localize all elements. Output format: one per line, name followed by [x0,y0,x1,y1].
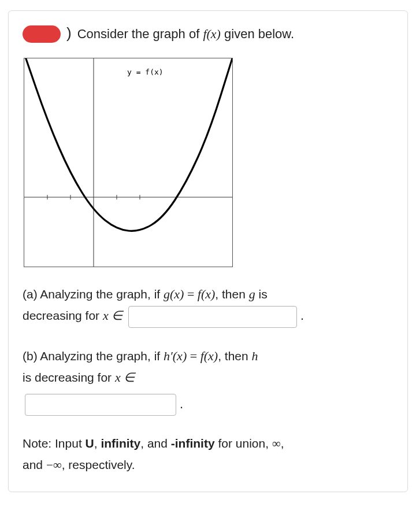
note-inf: infinity [101,437,140,450]
paren-close: ) [66,22,72,45]
graph-svg: y = f(x) [24,58,232,267]
note-and2: and [23,458,46,471]
part-b-label: (b) Analyzing the graph, if [23,349,164,363]
part-a-input[interactable] [128,306,297,328]
graph: y = f(x) [24,58,233,267]
note-and1: , and [140,437,171,450]
part-b-input-row: . [23,393,393,416]
prompt-fx: f(x) [203,27,221,41]
part-a-gx: g(x) [164,287,184,301]
part-a-fx: f(x) [198,287,216,301]
note-ninf: -infinity [171,437,215,450]
part-a-period: . [300,308,304,323]
part-b-fx: f(x) [200,349,218,363]
prompt-text: Consider the graph of f(x) given below. [77,24,294,43]
part-a-label: (a) Analyzing the graph, if [23,287,164,301]
curve [24,58,232,231]
note-u: U [86,437,94,450]
part-a-g: g [249,287,255,301]
note: Note: Input U, infinity, and -infinity f… [23,433,393,475]
part-b: (b) Analyzing the graph, if h′(x) = f(x)… [23,345,393,416]
part-a-decreasing: decreasing for [23,309,103,322]
question-panel: ) Consider the graph of f(x) given below… [8,10,408,492]
part-b-input[interactable] [25,394,176,416]
note-for: for union, [215,437,272,450]
note-c2: , [281,437,284,450]
graph-label: y = f(x) [127,68,164,76]
part-b-eq: = [187,349,200,363]
part-a-eq: = [184,287,197,301]
part-a-xin: x ∈ [103,308,122,323]
part-a: (a) Analyzing the graph, if g(x) = f(x),… [23,283,393,328]
part-b-h: h [252,349,258,363]
part-a-is: is [255,287,268,301]
note-c1: , [94,437,101,450]
part-a-then: , then [215,287,248,301]
prompt-row: ) Consider the graph of f(x) given below… [23,23,393,45]
note-resp: , respectively. [62,458,135,471]
note-symninf: −∞ [46,458,62,472]
redacted-badge [23,25,61,43]
note-syminf: ∞ [272,437,281,450]
prompt-pre: Consider the graph of [77,27,203,41]
prompt-post: given below. [221,27,294,41]
part-b-then: , then [218,349,251,363]
part-b-xin: x ∈ [115,370,135,385]
part-b-hprime: h′(x) [164,349,187,363]
part-b-isdec: is decreasing for [23,371,115,384]
part-b-period: . [180,397,183,411]
note-pre: Note: Input [23,437,86,450]
